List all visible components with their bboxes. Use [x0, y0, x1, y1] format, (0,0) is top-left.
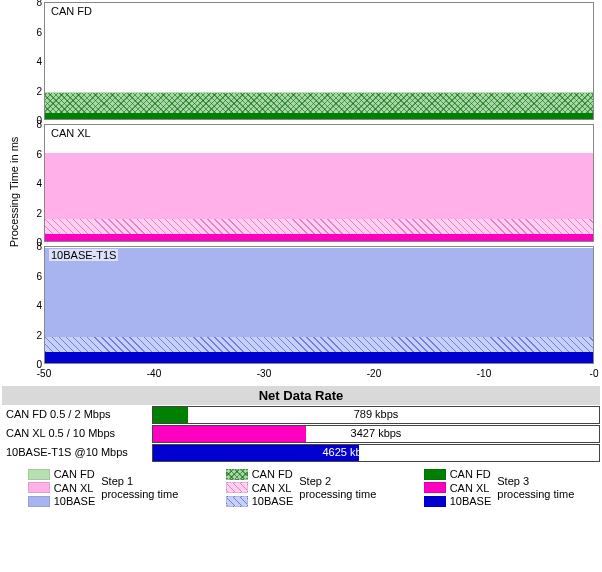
xtick: -10	[477, 368, 491, 379]
legend-step3: CAN FD CAN XL 10BASE Step 3 processing t…	[424, 468, 575, 508]
legend-step-sub: processing time	[299, 488, 376, 501]
ytick: 2	[36, 207, 42, 218]
legend-step-sub: processing time	[101, 488, 178, 501]
legend-protocol: CAN FD	[450, 468, 491, 481]
swatch-icon	[226, 469, 248, 480]
legend-protocol: CAN XL	[54, 482, 94, 495]
ytick: 2	[36, 329, 42, 340]
ytick: 4	[36, 56, 42, 67]
datarate-row-10base: 10BASE-T1S @10 Mbps 4625 kbps	[2, 444, 600, 462]
legend-protocol: CAN FD	[252, 468, 293, 481]
area-step2	[45, 93, 593, 113]
legend-protocol: CAN FD	[54, 468, 95, 481]
datarate-title: Net Data Rate	[2, 386, 600, 405]
legend: CAN FD CAN XL 10BASE Step 1 processing t…	[2, 468, 600, 512]
datarate-value: 3427 kbps	[153, 427, 599, 439]
swatch-icon	[28, 469, 50, 480]
legend-protocol: 10BASE	[252, 495, 294, 508]
legend-step1: CAN FD CAN XL 10BASE Step 1 processing t…	[28, 468, 179, 508]
datarate-value: 789 kbps	[153, 408, 599, 420]
datarate-label: 10BASE-T1S @10 Mbps	[2, 444, 152, 462]
ytick: 8	[36, 241, 42, 252]
xtick: -0	[590, 368, 599, 379]
legend-step-label: Step 2	[299, 475, 376, 488]
ytick: 6	[36, 26, 42, 37]
ytick: 8	[36, 119, 42, 130]
plot-title: CAN FD	[49, 5, 94, 17]
y-axis: 0 2 4 6 8	[22, 246, 44, 364]
ytick: 4	[36, 178, 42, 189]
ytick: 8	[36, 0, 42, 8]
datarate-row-canfd: CAN FD 0.5 / 2 Mbps 789 kbps	[2, 406, 600, 424]
area-step1	[45, 153, 593, 220]
ytick: 6	[36, 270, 42, 281]
swatch-icon	[226, 496, 248, 507]
area-step2	[45, 337, 593, 352]
xtick: -30	[257, 368, 271, 379]
area-step1	[45, 248, 593, 337]
legend-step-label: Step 1	[101, 475, 178, 488]
swatch-icon	[28, 496, 50, 507]
area-step3	[45, 113, 593, 119]
swatch-icon	[226, 482, 248, 493]
ytick: 4	[36, 300, 42, 311]
plot-10base-t1s: 0 2 4 6 8 10BASE-T1S	[22, 246, 594, 364]
legend-protocol: CAN XL	[450, 482, 490, 495]
area-step3	[45, 352, 593, 363]
swatch-icon	[424, 482, 446, 493]
datarate-label: CAN XL 0.5 / 10 Mbps	[2, 425, 152, 443]
plot-title: 10BASE-T1S	[49, 249, 118, 261]
ytick: 2	[36, 85, 42, 96]
legend-step-label: Step 3	[497, 475, 574, 488]
xtick: -40	[147, 368, 161, 379]
figure: Processing Time in ms 0 2 4 6 8 CAN FD	[0, 0, 602, 514]
plot-can-xl: 0 2 4 6 8 CAN XL	[22, 124, 594, 242]
legend-step2: CAN FD CAN XL 10BASE Step 2 processing t…	[226, 468, 377, 508]
legend-protocol: 10BASE	[54, 495, 96, 508]
stacked-area-charts: Processing Time in ms 0 2 4 6 8 CAN FD	[2, 2, 600, 382]
y-axis-label: Processing Time in ms	[8, 137, 20, 248]
x-axis: -50 -40 -30 -20 -10 -0	[44, 368, 594, 382]
legend-step-sub: processing time	[497, 488, 574, 501]
area-step2	[45, 219, 593, 234]
xtick: -20	[367, 368, 381, 379]
datarate-row-canxl: CAN XL 0.5 / 10 Mbps 3427 kbps	[2, 425, 600, 443]
plot-title: CAN XL	[49, 127, 93, 139]
swatch-icon	[28, 482, 50, 493]
y-axis: 0 2 4 6 8	[22, 124, 44, 242]
swatch-icon	[424, 469, 446, 480]
legend-protocol: 10BASE	[450, 495, 492, 508]
swatch-icon	[424, 496, 446, 507]
area-step3	[45, 234, 593, 241]
plot-can-fd: 0 2 4 6 8 CAN FD	[22, 2, 594, 120]
ytick: 6	[36, 148, 42, 159]
y-axis: 0 2 4 6 8	[22, 2, 44, 120]
datarate-value: 4625 kbps	[153, 446, 373, 458]
datarate-label: CAN FD 0.5 / 2 Mbps	[2, 406, 152, 424]
legend-protocol: CAN XL	[252, 482, 292, 495]
xtick: -50	[37, 368, 51, 379]
